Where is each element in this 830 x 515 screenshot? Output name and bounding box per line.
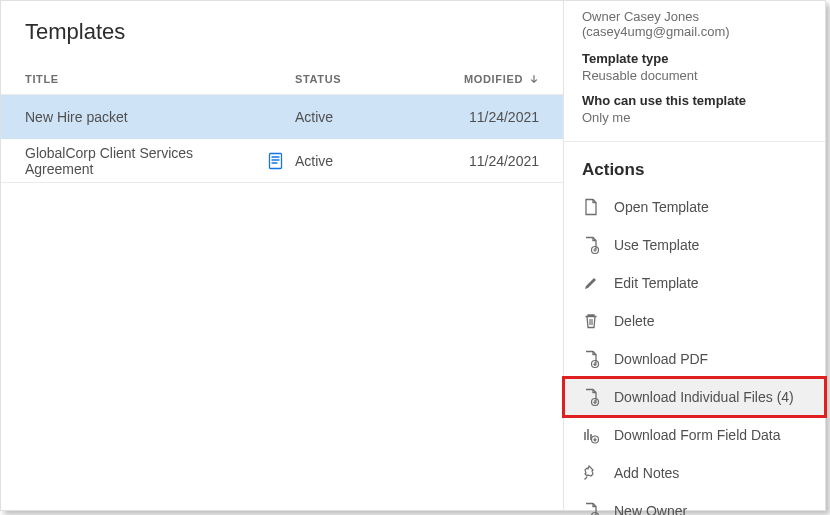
table-row[interactable]: GlobalCorp Client Services Agreement Act…	[1, 139, 563, 183]
row-modified: 11/24/2021	[455, 109, 539, 125]
pin-icon	[582, 464, 600, 482]
action-new-owner[interactable]: New Owner	[564, 492, 825, 515]
col-header-modified-label: MODIFIED	[464, 73, 523, 85]
action-open-template[interactable]: Open Template	[564, 188, 825, 226]
page-download-icon	[582, 388, 600, 406]
pencil-icon	[582, 274, 600, 292]
row-status: Active	[295, 153, 455, 169]
page-download-icon	[582, 350, 600, 368]
row-modified: 11/24/2021	[455, 153, 539, 169]
actions-list: Open Template Use Template Edit Template…	[564, 188, 825, 515]
action-download-form-field-data[interactable]: Download Form Field Data	[564, 416, 825, 454]
who-can-use-label: Who can use this template	[582, 93, 807, 108]
page-plus-icon	[582, 236, 600, 254]
col-header-modified[interactable]: MODIFIED	[455, 73, 539, 85]
col-header-status[interactable]: STATUS	[295, 73, 455, 85]
action-add-notes[interactable]: Add Notes	[564, 454, 825, 492]
template-type-label: Template type	[582, 51, 807, 66]
sort-descending-icon	[529, 74, 539, 84]
action-label: Delete	[614, 313, 654, 329]
action-use-template[interactable]: Use Template	[564, 226, 825, 264]
action-label: Download Form Field Data	[614, 427, 781, 443]
template-type-value: Reusable document	[582, 68, 807, 83]
row-title: GlobalCorp Client Services Agreement	[25, 145, 257, 177]
action-label: Use Template	[614, 237, 699, 253]
action-label: Edit Template	[614, 275, 699, 291]
page-icon	[582, 198, 600, 216]
document-note-icon	[267, 152, 285, 170]
col-header-title[interactable]: TITLE	[25, 73, 295, 85]
trash-icon	[582, 312, 600, 330]
action-label: New Owner	[614, 503, 687, 515]
action-label: Open Template	[614, 199, 709, 215]
action-delete[interactable]: Delete	[564, 302, 825, 340]
actions-header: Actions	[564, 142, 825, 188]
action-download-pdf[interactable]: Download PDF	[564, 340, 825, 378]
templates-panel: Templates TITLE STATUS MODIFIED New Hire…	[1, 1, 563, 510]
action-label: Download PDF	[614, 351, 708, 367]
who-can-use-value: Only me	[582, 110, 807, 125]
row-title: New Hire packet	[25, 109, 128, 125]
action-download-individual-files[interactable]: Download Individual Files (4)	[564, 378, 825, 416]
page-title: Templates	[1, 19, 563, 63]
owner-line: Owner Casey Jones (casey4umg@gmail.com)	[582, 9, 807, 39]
action-edit-template[interactable]: Edit Template	[564, 264, 825, 302]
action-label: Add Notes	[614, 465, 679, 481]
template-meta: Owner Casey Jones (casey4umg@gmail.com) …	[564, 1, 825, 142]
row-title-cell: New Hire packet	[25, 109, 295, 125]
table-header: TITLE STATUS MODIFIED	[1, 63, 563, 95]
details-sidebar: Owner Casey Jones (casey4umg@gmail.com) …	[563, 1, 825, 510]
table-row[interactable]: New Hire packet Active 11/24/2021	[1, 95, 563, 139]
chart-download-icon	[582, 426, 600, 444]
action-label: Download Individual Files (4)	[614, 389, 794, 405]
page-plus-icon	[582, 502, 600, 515]
row-title-cell: GlobalCorp Client Services Agreement	[25, 145, 295, 177]
svg-rect-0	[270, 153, 282, 168]
templates-table: TITLE STATUS MODIFIED New Hire packet Ac…	[1, 63, 563, 183]
row-status: Active	[295, 109, 455, 125]
